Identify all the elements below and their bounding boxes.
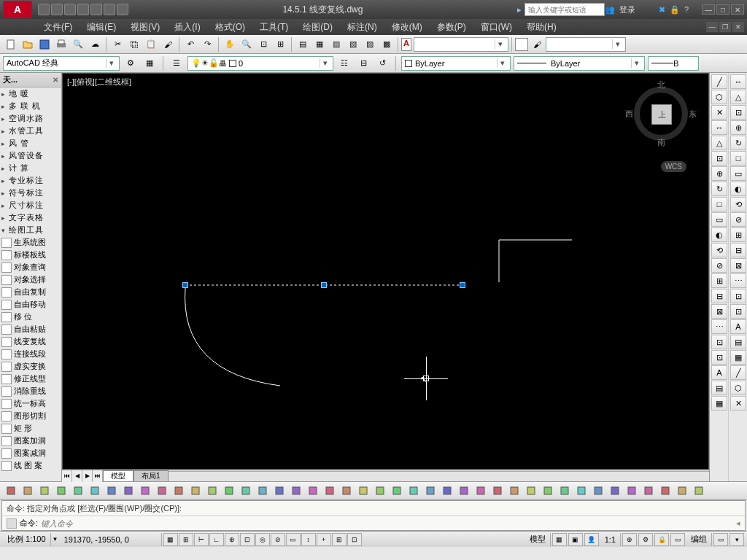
right-tool-button[interactable]: ⊟ (730, 243, 746, 257)
tree-item[interactable]: ▸地 暖 (0, 88, 61, 100)
tree-item[interactable]: ▸风管设备 (0, 149, 61, 162)
redo-icon[interactable] (117, 4, 128, 15)
right-tool-button[interactable]: ⬡ (730, 381, 746, 395)
expand-icon[interactable]: ▸ (1, 103, 7, 110)
bottom-tool-button[interactable] (355, 483, 371, 499)
expand-icon[interactable]: ▸ (1, 152, 7, 160)
paint-button[interactable]: 🖌 (529, 36, 545, 52)
bottom-tool-button[interactable] (389, 483, 405, 499)
undo-icon[interactable] (104, 4, 115, 15)
status-group[interactable]: 编组 (686, 533, 712, 546)
menu-draw[interactable]: 绘图(D) (297, 20, 338, 35)
bottom-tool-button[interactable] (624, 483, 640, 499)
tool-item[interactable]: 矩 形 (0, 422, 61, 435)
new-button[interactable] (3, 36, 19, 52)
expand-icon[interactable]: ▸ (1, 190, 7, 197)
publish-button[interactable]: ☁ (87, 36, 103, 52)
undo-button[interactable]: ↶ (182, 36, 198, 52)
expand-icon[interactable]: ▾ (1, 227, 7, 234)
right-tool-button[interactable]: □ (711, 197, 727, 211)
lineweight-combo[interactable]: B (648, 56, 699, 71)
bottom-tool-button[interactable] (204, 483, 220, 499)
status-toggle-button[interactable]: ⊡ (240, 533, 255, 546)
bottom-tool-button[interactable] (104, 483, 120, 499)
tool-item[interactable]: 连接线段 (0, 348, 61, 360)
command-window[interactable]: 命令: 指定对角点或 [栏选(F)/圈围(WP)/圈交(CP)]: 命令: ◂ (1, 500, 746, 531)
bottom-tool-button[interactable] (322, 483, 338, 499)
status-lock-icon[interactable]: 🔒 (654, 533, 669, 546)
bottom-tool-button[interactable] (372, 483, 388, 499)
save-icon[interactable] (64, 4, 76, 15)
bottom-tool-button[interactable] (20, 483, 36, 499)
tool-item[interactable]: 图案加洞 (0, 435, 61, 447)
doc-restore-button[interactable]: ❐ (719, 22, 731, 32)
status-toggle-button[interactable]: ⊞ (179, 533, 193, 546)
zoom-win-button[interactable]: ⊡ (255, 36, 271, 52)
status-toggle-button[interactable]: ⊞ (332, 533, 347, 546)
tab-layout1[interactable]: 布局1 (133, 470, 169, 481)
status-toggle-button[interactable]: ⊢ (194, 533, 209, 546)
expand-icon[interactable]: ▸ (1, 115, 7, 122)
right-tool-button[interactable]: ↻ (711, 182, 727, 196)
bottom-tool-button[interactable] (171, 483, 187, 499)
right-tool-button[interactable]: ▤ (711, 381, 727, 395)
bottom-tool-button[interactable] (120, 483, 136, 499)
right-tool-button[interactable]: ⊞ (711, 273, 727, 288)
open-icon[interactable] (51, 4, 63, 15)
right-tool-button[interactable]: △ (711, 136, 727, 150)
bottom-tool-button[interactable] (640, 483, 657, 499)
right-tool-button[interactable]: ⊡ (730, 289, 746, 303)
bottom-tool-button[interactable] (3, 483, 19, 499)
bottom-tool-button[interactable] (607, 483, 623, 499)
preview-button[interactable]: 🔍 (70, 36, 86, 52)
dc-button[interactable]: ▦ (311, 36, 328, 52)
status-toggle-button[interactable]: ∟ (209, 533, 224, 546)
status-snap-icon[interactable]: ▣ (568, 533, 583, 546)
pan-button[interactable]: ✋ (222, 36, 238, 52)
bottom-tool-button[interactable] (338, 483, 355, 499)
paste-button[interactable]: 📋 (143, 36, 159, 52)
tool-item[interactable]: 对象查询 (0, 261, 61, 273)
tab-first-button[interactable]: ⏮ (62, 470, 72, 482)
right-tool-button[interactable]: ⊕ (711, 166, 727, 181)
print-button[interactable] (53, 36, 69, 52)
menu-modify[interactable]: 修改(M) (386, 20, 428, 35)
bottom-tool-button[interactable] (439, 483, 455, 499)
cut-button[interactable]: ✂ (109, 36, 125, 52)
workspace-settings-button[interactable]: ⚙ (123, 55, 139, 71)
command-input[interactable] (41, 519, 733, 528)
expand-icon[interactable]: ▸ (1, 165, 7, 172)
workspace-combo[interactable]: AutoCAD 经典▾ (3, 56, 120, 71)
menu-help[interactable]: 帮助(H) (521, 20, 562, 35)
bottom-tool-button[interactable] (456, 483, 472, 499)
bottom-tool-button[interactable] (422, 483, 438, 499)
save-button[interactable] (36, 36, 53, 52)
layer-states-button[interactable]: ☷ (336, 55, 352, 71)
right-tool-button[interactable]: ◐ (711, 228, 727, 242)
expand-icon[interactable]: ▸ (1, 177, 7, 184)
bottom-tool-button[interactable] (238, 483, 254, 499)
toolbar-grip-icon[interactable]: ▦ (142, 55, 158, 71)
status-model[interactable]: 模型 (525, 533, 551, 546)
props-button[interactable]: ▤ (295, 36, 311, 52)
status-annoscale[interactable]: 1:1 (600, 533, 621, 546)
layer-props-button[interactable]: ☰ (169, 55, 185, 71)
copy-button[interactable]: ⿻ (126, 36, 142, 52)
right-tool-button[interactable]: ▤ (730, 335, 746, 349)
panel-close-icon[interactable]: ✕ (53, 76, 58, 84)
bottom-tool-button[interactable] (187, 483, 204, 499)
bottom-tool-button[interactable] (53, 483, 69, 499)
status-hw-icon[interactable]: ▭ (670, 533, 685, 546)
menu-tools[interactable]: 工具(T) (254, 20, 294, 35)
status-toggle-button[interactable]: ▭ (286, 533, 301, 546)
tool-item[interactable]: 标楼板线 (0, 249, 61, 261)
right-tool-button[interactable]: ▦ (711, 396, 727, 411)
bottom-tool-button[interactable] (489, 483, 506, 499)
command-menu-icon[interactable]: ◂ (736, 518, 740, 528)
right-tool-button[interactable]: ⟲ (730, 197, 746, 211)
tool-item[interactable]: 修正线型 (0, 373, 61, 385)
command-icon[interactable] (7, 518, 17, 529)
tool-item[interactable]: 自由移动 (0, 298, 61, 311)
tree-item[interactable]: ▸水管工具 (0, 125, 61, 137)
right-tool-button[interactable]: ⊡ (730, 304, 746, 319)
